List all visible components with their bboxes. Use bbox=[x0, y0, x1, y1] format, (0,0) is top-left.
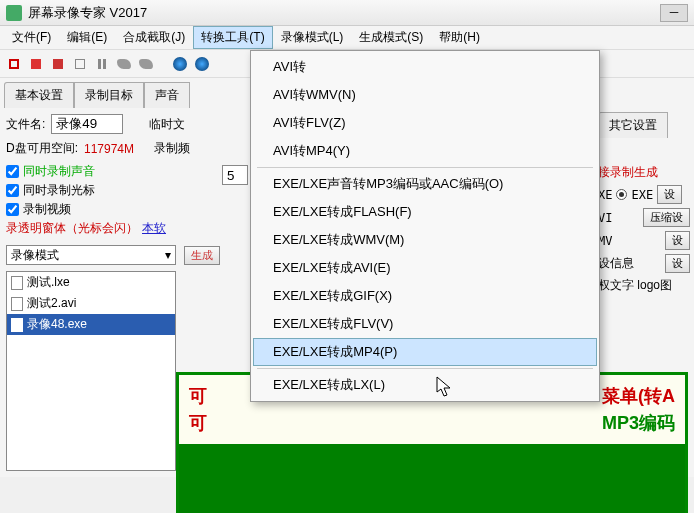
menu-edit[interactable]: 编辑(E) bbox=[59, 26, 115, 49]
file-item: 测试.lxe bbox=[7, 272, 175, 293]
toolbar-globe2-icon[interactable] bbox=[192, 54, 212, 74]
cb-video[interactable] bbox=[6, 203, 19, 216]
cb-cursor[interactable] bbox=[6, 184, 19, 197]
compress-btn[interactable]: 压缩设 bbox=[643, 208, 690, 227]
file-item: 测试2.avi bbox=[7, 293, 175, 314]
file-item-selected: 录像48.exe bbox=[7, 314, 175, 335]
menu-exe-mp4[interactable]: EXE/LXE转成MP4(P) bbox=[253, 338, 597, 366]
settings-btn-1[interactable]: 设 bbox=[657, 185, 682, 204]
disk-value: 117974M bbox=[84, 142, 134, 156]
menu-exe-avi[interactable]: EXE/LXE转成AVI(E) bbox=[253, 254, 597, 282]
green-area bbox=[176, 444, 688, 513]
menu-exe-mp3[interactable]: EXE/LXE声音转MP3编码或AAC编码(O) bbox=[253, 170, 597, 198]
menu-exe-flv[interactable]: EXE/LXE转成FLV(V) bbox=[253, 310, 597, 338]
menu-record-mode[interactable]: 录像模式(L) bbox=[273, 26, 352, 49]
menu-generate-mode[interactable]: 生成模式(S) bbox=[351, 26, 431, 49]
app-icon bbox=[6, 5, 22, 21]
cb-video-label: 录制视频 bbox=[23, 201, 71, 218]
menu-avi-wmv[interactable]: AVI转WMV(N) bbox=[253, 81, 597, 109]
tab-target[interactable]: 录制目标 bbox=[74, 82, 144, 108]
tab-basic[interactable]: 基本设置 bbox=[4, 82, 74, 108]
rec-freq-label: 录制频 bbox=[154, 140, 190, 157]
toolbar-pause[interactable] bbox=[92, 54, 112, 74]
cb-cursor-label: 同时录制光标 bbox=[23, 182, 95, 199]
toolbar-frame[interactable] bbox=[70, 54, 90, 74]
tab-sound[interactable]: 声音 bbox=[144, 82, 190, 108]
convert-dropdown: AVI转 AVI转WMV(N) AVI转FLV(Z) AVI转MP4(Y) EX… bbox=[250, 50, 600, 402]
tab-other[interactable]: 其它设置 bbox=[598, 112, 668, 138]
settings-btn-3[interactable]: 设 bbox=[665, 254, 690, 273]
menu-convert[interactable]: 转换工具(T) bbox=[193, 26, 272, 49]
filename-label: 文件名: bbox=[6, 116, 45, 133]
menubar: 文件(F) 编辑(E) 合成截取(J) 转换工具(T) 录像模式(L) 生成模式… bbox=[0, 26, 694, 50]
settings-btn-2[interactable]: 设 bbox=[665, 231, 690, 250]
toolbar-rec-outline[interactable] bbox=[4, 54, 24, 74]
rec-freq-input[interactable] bbox=[222, 165, 248, 185]
disk-label: D盘可用空间: bbox=[6, 140, 78, 157]
file-list[interactable]: 测试.lxe 测试2.avi 录像48.exe bbox=[6, 271, 176, 471]
toolbar-fish-icon[interactable] bbox=[114, 54, 134, 74]
menu-avi-convert[interactable]: AVI转 bbox=[253, 53, 597, 81]
toolbar-globe-icon[interactable] bbox=[170, 54, 190, 74]
minimize-button[interactable]: ─ bbox=[660, 4, 688, 22]
menu-exe-wmv[interactable]: EXE/LXE转成WMV(M) bbox=[253, 226, 597, 254]
window-title: 屏幕录像专家 V2017 bbox=[28, 4, 147, 22]
menu-exe-gif[interactable]: EXE/LXE转成GIF(X) bbox=[253, 282, 597, 310]
chevron-down-icon: ▾ bbox=[165, 248, 171, 262]
toolbar-stop[interactable] bbox=[48, 54, 68, 74]
menu-file[interactable]: 文件(F) bbox=[4, 26, 59, 49]
menu-avi-mp4[interactable]: AVI转MP4(Y) bbox=[253, 137, 597, 165]
menu-compose[interactable]: 合成截取(J) bbox=[115, 26, 193, 49]
cb-sound[interactable] bbox=[6, 165, 19, 178]
generate-button[interactable]: 生成 bbox=[184, 246, 220, 265]
software-link[interactable]: 本软 bbox=[142, 220, 166, 237]
logo-label: 权文字 logo图 bbox=[598, 277, 672, 294]
menu-help[interactable]: 帮助(H) bbox=[431, 26, 488, 49]
menu-avi-flv[interactable]: AVI转FLV(Z) bbox=[253, 109, 597, 137]
direct-rec-label: 接录制生成 bbox=[598, 164, 658, 181]
toolbar-fish2-icon[interactable] bbox=[136, 54, 156, 74]
file-icon bbox=[11, 318, 23, 332]
radio-exe[interactable] bbox=[616, 189, 627, 200]
filelist-mode[interactable]: 录像模式 ▾ bbox=[6, 245, 176, 265]
toolbar-rec-solid[interactable] bbox=[26, 54, 46, 74]
filename-input[interactable] bbox=[51, 114, 123, 134]
file-icon bbox=[11, 297, 23, 311]
menu-exe-lx[interactable]: EXE/LXE转成LX(L) bbox=[253, 371, 597, 399]
tempdir-label: 临时文 bbox=[149, 116, 185, 133]
menu-exe-flash[interactable]: EXE/LXE转成FLASH(F) bbox=[253, 198, 597, 226]
cb-sound-label: 同时录制声音 bbox=[23, 163, 95, 180]
file-icon bbox=[11, 276, 23, 290]
cb-transparent-label: 录透明窗体（光标会闪） bbox=[6, 220, 138, 237]
